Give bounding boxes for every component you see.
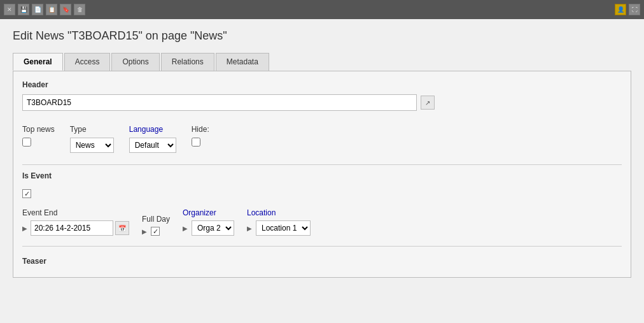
is-event-label: Is Event	[22, 171, 622, 180]
main-content: Edit News "T3BOARD15" on page "News" Gen…	[0, 19, 644, 288]
page-title: Edit News "T3BOARD15" on page "News"	[13, 29, 631, 43]
save-close-icon[interactable]: 📄	[32, 4, 43, 15]
fullscreen-icon[interactable]: ⛶	[629, 4, 640, 15]
top-news-group: Top news	[22, 125, 55, 147]
organizer-select[interactable]: Orga 2 Orga 1 Orga 3	[192, 220, 234, 236]
datetime-input-wrapper: ▶ 📅	[22, 220, 129, 236]
top-fields-row: Top news Type News Extra 1 Extra 2 Langu…	[22, 120, 622, 158]
tab-options[interactable]: Options	[111, 53, 159, 71]
event-end-label: Event End	[22, 208, 129, 217]
separator-1	[22, 164, 622, 165]
organizer-group: Organizer ▶ Orga 2 Orga 1 Orga 3	[183, 208, 234, 236]
teaser-label: Teaser	[22, 253, 622, 266]
location-select[interactable]: Location 1 Location 2 Location 3	[256, 220, 311, 236]
location-arrow: ▶	[247, 225, 252, 232]
top-news-checkbox[interactable]	[22, 138, 31, 147]
delete-icon[interactable]: 🗑	[74, 4, 85, 15]
full-day-group: Full Day ▶	[142, 215, 170, 236]
location-label: Location	[247, 208, 311, 217]
save-view-icon[interactable]: 🔖	[60, 4, 71, 15]
save-icon[interactable]: 💾	[18, 4, 29, 15]
header-input-row: ↗	[22, 94, 622, 111]
form-panel: Header ↗ Top news Type News Extra 1 Extr…	[13, 71, 631, 278]
event-end-group: Event End ▶ 📅	[22, 208, 129, 236]
teaser-section: Teaser	[22, 253, 622, 266]
hide-group: Hide:	[192, 125, 209, 147]
titlebar: ✕ 💾 📄 📋 🔖 🗑 👤 ⛶	[0, 0, 644, 19]
hide-label: Hide:	[192, 125, 209, 134]
full-day-checkbox[interactable]	[151, 227, 160, 236]
user-icon[interactable]: 👤	[615, 4, 626, 15]
header-input[interactable]	[22, 94, 417, 111]
language-select[interactable]: Default English German	[129, 138, 176, 153]
hide-checkbox[interactable]	[192, 138, 200, 147]
organizer-label: Organizer	[183, 208, 234, 217]
full-day-arrow: ▶	[142, 228, 147, 235]
location-inline: ▶ Location 1 Location 2 Location 3	[247, 220, 311, 236]
type-label: Type	[70, 125, 114, 134]
header-section-label: Header	[22, 80, 622, 89]
full-day-label: Full Day	[142, 215, 170, 224]
language-label: Language	[129, 125, 176, 134]
language-group: Language Default English German	[129, 125, 176, 153]
tab-access[interactable]: Access	[64, 53, 111, 71]
is-event-checkbox-row	[22, 185, 622, 202]
is-event-checkbox[interactable]	[22, 189, 31, 198]
type-select[interactable]: News Extra 1 Extra 2	[70, 138, 114, 153]
calendar-icon[interactable]: 📅	[115, 221, 129, 235]
is-event-section: Is Event	[22, 171, 622, 202]
toolbar-icons: ✕ 💾 📄 📋 🔖 🗑	[4, 4, 85, 15]
top-news-label: Top news	[22, 125, 55, 134]
type-group: Type News Extra 1 Extra 2	[70, 125, 114, 153]
organizer-arrow: ▶	[183, 225, 188, 232]
header-section: Header ↗	[22, 80, 622, 111]
titlebar-right: 👤 ⛶	[615, 4, 640, 15]
tab-general[interactable]: General	[13, 53, 63, 71]
event-end-input[interactable]	[31, 220, 113, 236]
event-fields-row: Event End ▶ 📅 Full Day ▶ Organizer ▶	[22, 205, 622, 240]
location-group: Location ▶ Location 1 Location 2 Locatio…	[247, 208, 311, 236]
tab-metadata[interactable]: Metadata	[216, 53, 269, 71]
tab-relations[interactable]: Relations	[161, 53, 214, 71]
organizer-inline: ▶ Orga 2 Orga 1 Orga 3	[183, 220, 234, 236]
header-expand-icon[interactable]: ↗	[421, 96, 435, 110]
event-end-arrow: ▶	[22, 225, 27, 232]
separator-2	[22, 246, 622, 247]
save-new-icon[interactable]: 📋	[46, 4, 57, 15]
tabs-bar: General Access Options Relations Metadat…	[13, 53, 631, 71]
full-day-inline: ▶	[142, 227, 170, 236]
close-icon[interactable]: ✕	[4, 4, 15, 15]
